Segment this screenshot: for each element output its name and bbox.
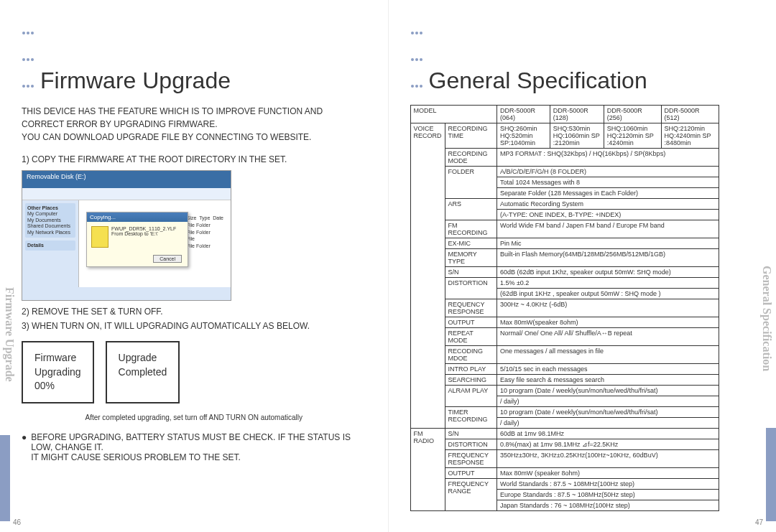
copy-dialog-file: FWUP_DDR5K_1110_2.YLF xyxy=(111,226,176,231)
row-ars-key: ARS xyxy=(445,199,496,220)
row-intro-val: 5/10/15 sec in each messages xyxy=(496,364,719,375)
row-exmic-key: EX-MIC xyxy=(445,238,496,249)
right-tab-stub xyxy=(766,428,776,521)
windows-screenshot: Removable Disk (E:) Other Places My Comp… xyxy=(22,170,231,301)
row-fm-dist-val: 0.8%(max) at 1mv 98.1MHz ⊿f=22.5KHz xyxy=(496,439,719,450)
row-sn-val: 60dB (62dB input 1Khz, speaker output 50… xyxy=(496,267,719,278)
row-folder-key: FOLDER xyxy=(445,167,496,199)
left-side-tab: Firmware Upgrade xyxy=(3,287,16,382)
row-dist-key: DISTORTION xyxy=(445,278,496,299)
row-folder-v2: Total 1024 Messages with 8 xyxy=(496,177,719,188)
status-boxes: FirmwareUpgrading00% UpgradeCompleted xyxy=(22,341,366,403)
row-dist-v1: 1.5% ±0.2 xyxy=(496,278,719,289)
copy-dialog: Copying... FWUP_DDR5K_1110_2.YLF From De… xyxy=(86,212,188,267)
row-alarm-v1: 10 program (Date / weekly(sun/mon/tue/we… xyxy=(496,386,719,396)
row-fm-sn-key: S/N xyxy=(445,429,496,439)
window-titlebar: Removable Disk (E:) xyxy=(22,171,231,188)
left-page: Firmware Upgrade THIS DEVICE HAS THE FEA… xyxy=(0,0,389,532)
upgrade-note: After completed upgrading, set turn off … xyxy=(22,414,366,421)
row-fm-range-v1: World Standards : 87.5 ~ 108MHz(100Hz st… xyxy=(496,479,719,490)
row-fmrec-key: FM RECORDING xyxy=(445,220,496,238)
folder-icon xyxy=(91,226,108,248)
col-256: DDR-5000R (256) xyxy=(604,106,661,123)
cat-fm: FM RADIO xyxy=(410,429,445,511)
intro-text: THIS DEVICE HAS THE FEATURE WHICH IS TO … xyxy=(22,105,366,144)
dots-icon xyxy=(22,14,34,94)
row-rectime-c2: SHQ:530min HQ:1060min SP :2120min xyxy=(550,123,604,149)
row-search-key: SEARCHING xyxy=(445,375,496,386)
step-3: 3) WHEN TURN ON, IT WILL UPGRADING AUTOM… xyxy=(22,321,366,331)
step-1: 1) COPY THE FIRMWARE AT THE ROOT DIRECTO… xyxy=(22,154,366,164)
row-recmode-val: MP3 FORMAT : SHQ(32Kbps) / HQ(16Kbps) / … xyxy=(496,149,719,167)
row-folder-v1: A/B/C/D/E/F/G/H (8 FOLDER) xyxy=(496,167,719,177)
box-completed: UpgradeCompleted xyxy=(106,341,180,403)
explorer-sidebar: Other Places My Computer My Documents Sh… xyxy=(22,200,79,301)
row-fm-freq-val: 350Hz±30Hz, 3KHz±0.25KHz(100Hz~10KHz, 60… xyxy=(496,450,719,468)
row-freq-val: 300Hz ~ 4.0KHz (-6dB) xyxy=(496,299,719,317)
right-page: General Specification MODEL DDR-5000R (0… xyxy=(389,0,777,532)
row-search-val: Easy file search & messages search xyxy=(496,375,719,386)
row-rectime-c3: SHQ:1060min HQ:2120min SP :4240min xyxy=(604,123,661,149)
window-toolbar xyxy=(22,188,231,200)
dots-icon xyxy=(410,14,423,94)
right-title: General Specification xyxy=(410,14,755,94)
row-fm-dist-key: DISTORTION xyxy=(445,439,496,450)
row-fm-out-val: Max 80mW (speaker 8ohm) xyxy=(496,468,719,479)
col-model: MODEL xyxy=(410,106,496,123)
row-dist-v2: (62dB input 1KHz , speaker output 50mW :… xyxy=(496,289,719,299)
row-repeat-key: REPEAT MODE xyxy=(445,328,496,346)
explorer-main: Size Type Date File Folder File Folder F… xyxy=(79,200,231,301)
col-064: DDR-5000R (064) xyxy=(496,106,550,123)
row-freq-key: REQUENCY RESPONSE xyxy=(445,299,496,317)
row-fm-sn-val: 60dB at 1mv 98.1MHz xyxy=(496,429,719,439)
copy-dialog-title: Copying... xyxy=(87,213,188,222)
row-recmode-key: RECORDING MODE xyxy=(445,149,496,167)
left-title: Firmware Upgrade xyxy=(22,14,366,94)
page-number-right: 47 xyxy=(755,518,763,526)
row-rectime-c1: SHQ:260min HQ:520min SP:1040min xyxy=(496,123,550,149)
row-mem-val: Built-in Flash Memory(64MB/128MB/256MB/5… xyxy=(496,249,719,267)
row-rectime-c4: SHQ:2120min HQ:4240min SP :8480min xyxy=(661,123,719,149)
file-list-headers: Size Type Date File Folder File Folder F… xyxy=(187,215,223,250)
explorer-statusbar xyxy=(22,287,231,300)
step-2: 2) REMOVE THE SET & TURN OFF. xyxy=(22,307,366,317)
row-timer-key: TIMER RECORDING xyxy=(445,407,496,429)
spec-table: MODEL DDR-5000R (064) DDR-5000R (128) DD… xyxy=(410,105,719,511)
row-fm-freq-key: FREQUENCY RESPONSE xyxy=(445,450,496,468)
row-rectime-key: RECORDING TIME xyxy=(445,123,496,149)
row-intro-key: INTRO PLAY xyxy=(445,364,496,375)
row-fmrec-val: World Wide FM band / Japen FM band / Eur… xyxy=(496,220,719,238)
cancel-button[interactable]: Cancel xyxy=(153,255,182,263)
row-recmode2-key: RECODING MDOE xyxy=(445,346,496,364)
col-128: DDR-5000R (128) xyxy=(550,106,604,123)
row-timer-v1: 10 program (Date / weekly(sun/mon/tue/we… xyxy=(496,407,719,418)
row-recmode2-val: One messages / all messages in file xyxy=(496,346,719,364)
row-exmic-val: Pin Mic xyxy=(496,238,719,249)
copy-dialog-from: From Desktop to 'E:\' xyxy=(111,231,176,236)
row-out-val: Max 80mW(speaker 8ohm) xyxy=(496,317,719,328)
right-side-tab: General Specification xyxy=(760,266,773,371)
page-number-left: 46 xyxy=(13,518,21,526)
row-alarm-key: ALRAM PLAY xyxy=(445,386,496,407)
row-alarm-v2: / daily) xyxy=(496,396,719,407)
row-fm-range-key: FREQUENCY RANGE xyxy=(445,479,496,511)
row-out-key: OUTPUT xyxy=(445,317,496,328)
row-sn-key: S/N xyxy=(445,267,496,278)
cat-voice: VOICE RECORD xyxy=(410,123,445,429)
row-folder-v3: Separate Folder (128 Messages in Each Fo… xyxy=(496,188,719,199)
row-repeat-val: Normal/ One/ One All/ All/ Shuffle/A↔B r… xyxy=(496,328,719,346)
row-fm-out-key: OUTPUT xyxy=(445,468,496,479)
row-fm-range-v2: Europe Standards : 87.5 ~ 108MHz(50Hz st… xyxy=(496,490,719,500)
row-ars-v1: Automatic Recording System xyxy=(496,199,719,210)
col-512: DDR-5000R (512) xyxy=(661,106,719,123)
row-timer-v2: / daily) xyxy=(496,418,719,429)
left-tab-stub xyxy=(0,435,10,521)
warning-bullets: ●BEFORE UPGRADING, BATTERY STATUS MUST B… xyxy=(22,432,366,462)
row-fm-range-v3: Japan Standards : 76 ~ 108MHz(100Hz step… xyxy=(496,500,719,511)
row-ars-v2: (A-TYPE: ONE INDEX, B-TYPE: +INDEX) xyxy=(496,210,719,220)
box-upgrading: FirmwareUpgrading00% xyxy=(22,341,94,403)
row-mem-key: MEMORY TYPE xyxy=(445,249,496,267)
